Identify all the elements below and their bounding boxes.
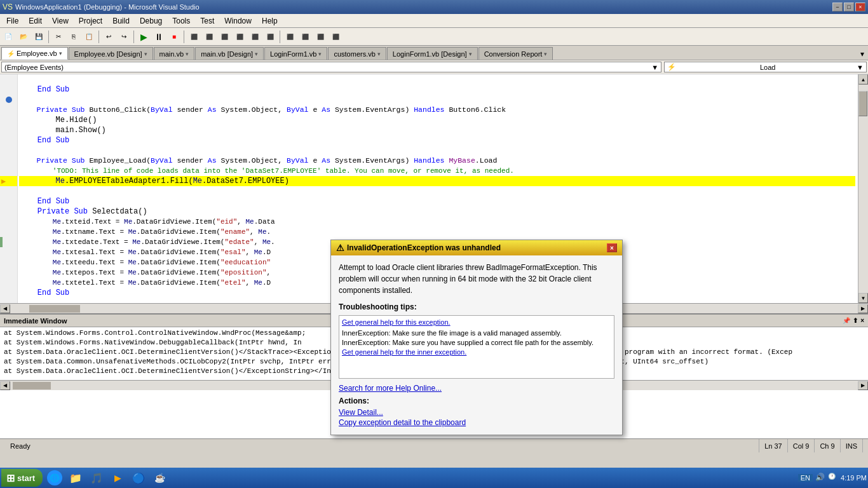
code-dropdowns: (Employee Events) ▼ ⚡ Load ▼ [0, 60, 868, 74]
tb-b10[interactable]: ⬛ [329, 30, 342, 44]
tab-close-employee-vb[interactable]: ▾ [59, 50, 62, 57]
tb-b5[interactable]: ⬛ [248, 30, 262, 44]
panel-float-btn[interactable]: ⬆ [853, 317, 858, 324]
code-marker [0, 237, 3, 247]
scroll-thumb[interactable] [858, 91, 867, 116]
tb-sep5 [280, 30, 280, 43]
tb-copy[interactable]: ⎘ [67, 30, 81, 44]
tb-cut[interactable]: ✂ [51, 30, 65, 44]
menu-file[interactable]: File [1, 15, 24, 27]
panel-close-btn[interactable]: × [860, 317, 864, 324]
tb-undo[interactable]: ↩ [102, 30, 116, 44]
tb-b7[interactable]: ⬛ [283, 30, 297, 44]
tab-customers[interactable]: customers.vb ▾ [328, 47, 386, 60]
tb-pause[interactable]: ⏸ [152, 30, 166, 44]
tb-save[interactable]: 💾 [32, 30, 46, 44]
language-indicator[interactable]: EN [798, 474, 813, 482]
tab-close-conversion[interactable]: ▾ [544, 51, 547, 57]
exception-message: Attempt to load Oracle client libraries … [339, 262, 614, 296]
tb-b3[interactable]: ⬛ [217, 30, 231, 44]
tb-open[interactable]: 📂 [17, 30, 31, 44]
object-dropdown-arrow[interactable]: ▼ [651, 64, 658, 71]
tip-link-2[interactable]: Get general help for the inner exception… [342, 348, 611, 356]
start-button[interactable]: ⊞ start [1, 469, 43, 487]
ie-icon[interactable]: 🌐 [47, 470, 62, 485]
view-detail-link[interactable]: View Detail... [339, 408, 614, 417]
tab-main-vb[interactable]: main.vb ▾ [154, 47, 195, 60]
status-ln-value: Ln 37 [764, 442, 782, 450]
tab-dropdown-button[interactable]: ▾ [858, 48, 867, 60]
ln-19 [0, 268, 17, 278]
tip-text-1: InnerException: Make sure the file image… [342, 329, 562, 337]
scroll-down-btn[interactable]: ▼ [858, 293, 868, 303]
code-line-1 [19, 74, 855, 85]
tab-employee-design[interactable]: Employee.vb [Design] ▾ [69, 47, 153, 60]
debug-arrow-line: ▶ [0, 176, 17, 186]
tb-b1[interactable]: ⬛ [187, 30, 201, 44]
java-icon[interactable]: ☕ [152, 470, 167, 485]
imm-hscroll-left[interactable]: ◀ [0, 381, 10, 390]
network-icon[interactable]: 🔊 [815, 473, 825, 483]
panel-controls: 📌 ⬆ × [843, 317, 864, 324]
tb-b6[interactable]: ⬛ [263, 30, 277, 44]
media-icon[interactable]: 🎵 [89, 470, 104, 485]
search-help-link[interactable]: Search for more Help Online... [339, 384, 614, 393]
tip-link-1[interactable]: Get general help for this exception. [342, 318, 611, 326]
code-line-2: End Sub [19, 85, 855, 95]
menu-bar: File Edit View Project Build Debug Tools… [0, 14, 868, 28]
imm-hscroll-right[interactable]: ▶ [858, 381, 868, 390]
tab-employee-vb[interactable]: ⚡ Employee.vb ▾ [1, 47, 68, 60]
tab-close-loginform1-design[interactable]: ▾ [469, 51, 472, 57]
copy-exception-link[interactable]: Copy exception detail to the clipboard [339, 418, 614, 427]
tab-main-design[interactable]: main.vb [Design] ▾ [195, 47, 264, 60]
tip-text-2: InnerException: Make sure you have suppl… [342, 339, 593, 346]
folder-icon[interactable]: 📁 [68, 470, 83, 485]
tb-start[interactable]: ▶ [137, 30, 151, 44]
menu-debug[interactable]: Debug [135, 15, 167, 27]
event-icon: ⚡ [667, 63, 676, 71]
menu-tools[interactable]: Tools [167, 15, 195, 27]
winamp-icon[interactable]: ▶ [110, 470, 125, 485]
imm-hscroll-thumb[interactable] [13, 382, 51, 390]
tabs-bar: ⚡ Employee.vb ▾ Employee.vb [Design] ▾ m… [0, 46, 868, 60]
tab-close-loginform1[interactable]: ▾ [318, 51, 322, 57]
hscroll-right-btn[interactable]: ▶ [858, 304, 868, 313]
maximize-button[interactable]: □ [844, 3, 854, 11]
code-vscrollbar[interactable]: ▲ ▼ [858, 74, 868, 303]
event-dropdown[interactable]: ⚡ Load ▼ [664, 62, 867, 72]
tab-loginform1-design[interactable]: LoginForm1.vb [Design] ▾ [387, 47, 478, 60]
hscroll-left-btn[interactable]: ◀ [0, 304, 10, 313]
menu-window[interactable]: Window [219, 15, 257, 27]
tb-b9[interactable]: ⬛ [313, 30, 327, 44]
hscroll-thumb[interactable] [29, 305, 80, 313]
tb-paste[interactable]: 📋 [82, 30, 96, 44]
panel-pin-btn[interactable]: 📌 [843, 317, 850, 324]
tab-close-customers[interactable]: ▾ [377, 51, 381, 57]
tb-b4[interactable]: ⬛ [233, 30, 247, 44]
tb-new[interactable]: 📄 [1, 30, 15, 44]
menu-project[interactable]: Project [74, 15, 107, 27]
tb-b8[interactable]: ⬛ [298, 30, 312, 44]
tb-stop[interactable]: ■ [167, 30, 181, 44]
menu-build[interactable]: Build [107, 15, 135, 27]
scroll-up-btn[interactable]: ▲ [858, 74, 868, 85]
status-ch: Ch 9 [815, 439, 840, 452]
object-dropdown[interactable]: (Employee Events) ▼ [1, 62, 661, 72]
menu-test[interactable]: Test [195, 15, 219, 27]
tab-conversion-report[interactable]: Conversion Report ▾ [478, 47, 553, 60]
tab-close-main-vb[interactable]: ▾ [186, 51, 189, 57]
tab-close-employee-design[interactable]: ▾ [144, 51, 147, 57]
close-button[interactable]: × [855, 3, 865, 11]
tb-b2[interactable]: ⬛ [202, 30, 216, 44]
menu-view[interactable]: View [47, 15, 74, 27]
event-dropdown-arrow[interactable]: ▼ [857, 64, 864, 71]
tab-close-main-design[interactable]: ▾ [255, 51, 258, 57]
tips-box[interactable]: Get general help for this exception. Inn… [339, 315, 614, 379]
chrome-icon[interactable]: 🔵 [131, 470, 146, 485]
tb-redo[interactable]: ↪ [117, 30, 131, 44]
dialog-close-button[interactable]: × [607, 243, 617, 252]
menu-help[interactable]: Help [257, 15, 283, 27]
menu-edit[interactable]: Edit [24, 15, 47, 27]
tab-loginform1[interactable]: LoginForm1.vb ▾ [264, 47, 327, 60]
minimize-button[interactable]: − [832, 3, 843, 11]
